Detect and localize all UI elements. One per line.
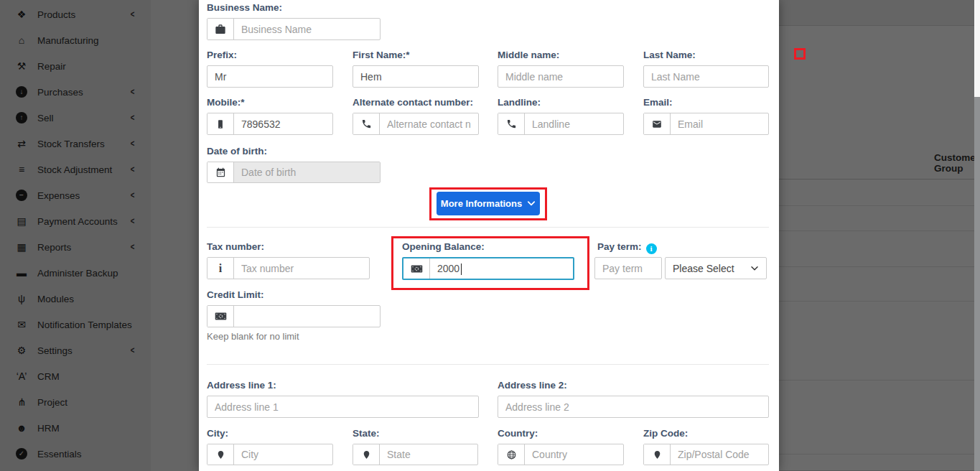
add-contact-modal: Business Name: Prefix: First Name:* Midd… [199, 0, 779, 471]
text-cursor [461, 264, 462, 275]
last-name-input[interactable] [643, 65, 769, 88]
mobile-input[interactable] [234, 113, 332, 134]
landline-input[interactable] [525, 113, 623, 134]
landline-group [498, 113, 624, 135]
credit-limit-helper: Keep blank for no limit [207, 331, 299, 342]
country-group [498, 444, 624, 465]
email-group [643, 113, 769, 135]
map-marker-icon [644, 444, 671, 465]
business-name-input[interactable] [234, 19, 380, 39]
map-marker-icon [353, 444, 380, 465]
middle-name-input[interactable] [498, 65, 624, 88]
state-label: State: [353, 428, 380, 439]
app-window: All y Show + Add Acti Customer Group⇅Add… [0, 0, 980, 471]
country-label: Country: [498, 428, 538, 439]
divider [207, 364, 769, 365]
prefix-input[interactable] [207, 65, 333, 88]
more-informations-label: More Informations [441, 198, 522, 209]
zip-code-group [643, 444, 769, 465]
landline-label: Landline: [498, 97, 541, 108]
envelope-icon [644, 113, 671, 134]
opening-balance-group [402, 257, 574, 280]
state-group [353, 444, 478, 465]
credit-limit-input[interactable] [234, 306, 380, 327]
tax-number-label: Tax number: [207, 241, 264, 252]
tax-number-input[interactable] [234, 258, 369, 279]
mobile-group [207, 113, 333, 135]
state-input[interactable] [380, 444, 477, 465]
info-circle-icon[interactable]: i [646, 243, 657, 254]
divider [207, 227, 769, 228]
info-i-icon: i [207, 258, 234, 279]
mobile-phone-icon [207, 113, 234, 134]
pay-term-select-value: Please Select [673, 263, 734, 274]
address-line2-label: Address line 2: [498, 380, 567, 391]
address-line2-input[interactable] [498, 396, 769, 418]
chevron-down-icon [527, 200, 536, 207]
first-name-input[interactable] [353, 65, 479, 88]
address-line1-input[interactable] [207, 396, 479, 418]
dob-input[interactable] [234, 162, 380, 182]
alt-contact-label: Alternate contact number: [353, 97, 473, 108]
alt-contact-group [353, 113, 479, 135]
money-bill-icon [403, 258, 430, 279]
address-line1-label: Address line 1: [207, 380, 276, 391]
pay-term-input[interactable] [594, 257, 662, 279]
map-marker-icon [207, 444, 234, 465]
more-informations-button[interactable]: More Informations [437, 192, 540, 215]
phone-icon [498, 113, 525, 134]
credit-limit-label: Credit Limit: [207, 289, 264, 300]
calendar-icon [207, 162, 234, 182]
zip-code-label: Zip Code: [643, 428, 688, 439]
mobile-label: Mobile:* [207, 97, 245, 108]
pay-term-select[interactable]: Please Select [665, 257, 767, 279]
phone-icon [353, 113, 380, 134]
chevron-down-icon [750, 266, 759, 271]
zip-code-input[interactable] [671, 444, 768, 465]
city-input[interactable] [234, 444, 332, 465]
first-name-label: First Name:* [353, 50, 410, 60]
globe-icon [498, 444, 525, 465]
money-bill-icon [207, 306, 234, 327]
scrollbar-thumb[interactable] [974, 0, 980, 97]
email-label: Email: [643, 97, 673, 108]
prefix-label: Prefix: [207, 50, 237, 60]
country-input[interactable] [525, 444, 623, 465]
tax-number-group: i [207, 257, 370, 279]
alt-contact-input[interactable] [380, 113, 478, 134]
last-name-label: Last Name: [643, 50, 696, 60]
dob-group [207, 162, 381, 183]
briefcase-icon [207, 19, 234, 39]
dob-label: Date of birth: [207, 146, 267, 157]
middle-name-label: Middle name: [498, 50, 559, 60]
pay-term-label: Pay term:i [597, 241, 657, 254]
credit-limit-group [207, 305, 381, 327]
business-name-label: Business Name: [207, 2, 282, 13]
email-input[interactable] [671, 113, 768, 134]
city-group [207, 444, 333, 465]
business-name-group [207, 18, 381, 40]
opening-balance-label: Opening Balance: [402, 241, 485, 252]
opening-balance-input[interactable] [430, 258, 573, 279]
city-label: City: [207, 428, 228, 439]
vertical-scrollbar[interactable] [974, 0, 980, 471]
